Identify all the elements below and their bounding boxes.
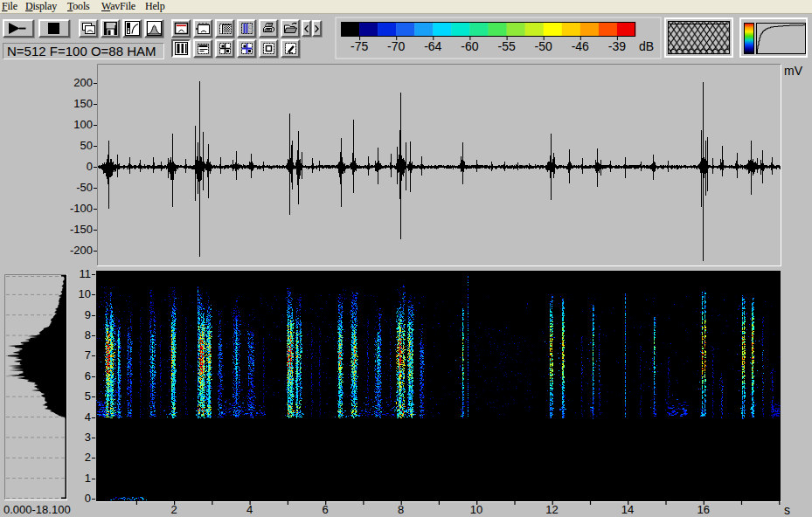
svg-text:3: 3 — [85, 431, 91, 444]
svg-text:16: 16 — [697, 503, 709, 516]
svg-text:-150: -150 — [70, 223, 93, 236]
svg-text:0.000-18.100: 0.000-18.100 — [3, 503, 71, 516]
svg-text:12: 12 — [545, 503, 558, 516]
svg-text:10: 10 — [470, 503, 482, 516]
svg-text:8: 8 — [398, 503, 404, 516]
svg-text:0: 0 — [87, 160, 93, 173]
svg-text:14: 14 — [621, 503, 634, 516]
svg-text:-55: -55 — [497, 39, 515, 53]
svg-text:100: 100 — [73, 118, 93, 131]
svg-text:8: 8 — [85, 328, 91, 341]
svg-text:200: 200 — [73, 76, 93, 89]
svg-text:4: 4 — [246, 503, 253, 516]
svg-text:5: 5 — [85, 389, 91, 403]
svg-text:0: 0 — [85, 492, 91, 505]
svg-text:2: 2 — [85, 451, 91, 464]
svg-text:50: 50 — [80, 139, 93, 152]
svg-text:6: 6 — [85, 369, 91, 383]
svg-text:1: 1 — [85, 472, 91, 485]
svg-text:dB: dB — [639, 39, 654, 53]
svg-text:4: 4 — [85, 410, 91, 424]
svg-text:-50: -50 — [535, 39, 552, 53]
svg-text:s: s — [784, 503, 790, 517]
svg-text:-75: -75 — [350, 39, 368, 53]
svg-text:-100: -100 — [70, 202, 93, 215]
svg-text:10: 10 — [79, 287, 91, 300]
svg-text:150: 150 — [73, 97, 93, 110]
svg-text:-46: -46 — [572, 39, 589, 53]
svg-text:S: S — [247, 24, 253, 34]
svg-text:2: 2 — [170, 503, 177, 516]
svg-text:-64: -64 — [424, 39, 441, 53]
svg-text:11: 11 — [80, 267, 92, 280]
svg-text:-39: -39 — [608, 39, 626, 53]
svg-text:mV: mV — [784, 64, 803, 78]
svg-text:-70: -70 — [387, 39, 405, 53]
svg-text:-200: -200 — [70, 244, 93, 257]
svg-text:-50: -50 — [76, 181, 93, 194]
svg-text:7: 7 — [85, 348, 91, 362]
svg-text:6: 6 — [322, 503, 328, 516]
svg-text:9: 9 — [85, 308, 91, 321]
svg-text:-60: -60 — [461, 39, 478, 53]
